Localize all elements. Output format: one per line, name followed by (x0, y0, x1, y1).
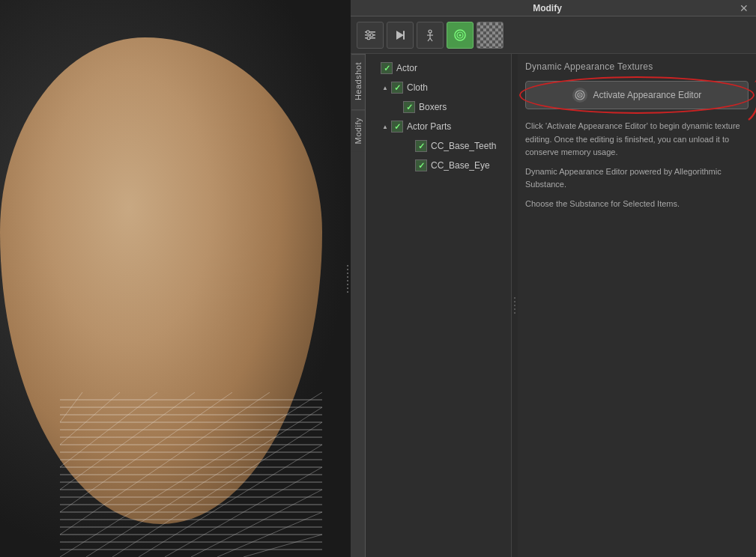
main-content: Headshot Modify Actor ▲ Cloth Boxers (351, 54, 756, 557)
tree-label-cc-teeth: CC_Base_Teeth (431, 141, 496, 151)
red-cursor-annotation (741, 76, 756, 124)
tree-arrow-actor (370, 64, 379, 73)
resize-handle[interactable] (345, 0, 351, 557)
resize-dot (347, 291, 348, 293)
tree-label-cc-eye: CC_Base_Eye (431, 160, 490, 171)
toolbar (351, 16, 756, 54)
svg-point-38 (366, 30, 369, 33)
tree-arrow-cc-eye (405, 161, 414, 170)
tree-checkbox-cc-eye[interactable] (415, 159, 427, 171)
resize-dot (347, 269, 348, 270)
resize-dot (514, 297, 515, 299)
tree-checkbox-actor-parts[interactable] (391, 121, 403, 133)
svg-line-24 (139, 445, 322, 557)
viewport (0, 0, 351, 557)
resize-dot (347, 276, 348, 278)
details-panel: Dynamic Appearance Textures Activate App… (518, 54, 756, 557)
sliders-button[interactable] (357, 22, 384, 49)
appearance-button[interactable] (447, 22, 474, 49)
svg-line-26 (191, 490, 322, 557)
tree-arrow-cloth: ▲ (381, 83, 390, 92)
svg-point-49 (459, 34, 462, 36)
svg-line-45 (428, 38, 430, 41)
resize-dot (514, 308, 515, 310)
headshot-tab[interactable]: Headshot (351, 54, 365, 108)
tree-label-cloth: Cloth (407, 82, 428, 93)
resize-dot (347, 287, 348, 289)
side-tabs: Headshot Modify (351, 54, 366, 557)
tree-arrow-actor-parts: ▲ (381, 122, 390, 131)
tree-item-actor-parts[interactable]: ▲ Actor Parts (366, 117, 511, 136)
title-bar: Modify ✕ (351, 0, 756, 16)
info-section: Click 'Activate Appearance Editor' to be… (525, 120, 749, 211)
activate-button-label: Activate Appearance Editor (593, 90, 702, 100)
svg-line-31 (60, 392, 195, 490)
close-button[interactable]: ✕ (738, 2, 750, 14)
tree-checkbox-actor[interactable] (381, 62, 393, 74)
svg-line-33 (60, 392, 120, 445)
title-bar-text: Modify (357, 3, 738, 13)
tree-arrow-cc-teeth (405, 141, 414, 150)
resize-dot (347, 265, 348, 267)
resize-dot (347, 284, 348, 285)
svg-point-40 (367, 36, 370, 39)
wireframe-grid (60, 392, 322, 557)
appearance-editor-icon (572, 88, 587, 103)
svg-point-42 (429, 30, 432, 33)
resize-dot (514, 301, 515, 302)
resize-dot (347, 280, 348, 281)
resize-dot (514, 305, 515, 306)
modify-tab[interactable]: Modify (351, 109, 365, 151)
tree-arrow-boxers (393, 103, 402, 112)
tree-panel: Actor ▲ Cloth Boxers ▲ Actor Parts (366, 54, 512, 557)
tree-item-cc-base-teeth[interactable]: CC_Base_Teeth (366, 136, 511, 156)
body-button[interactable] (417, 22, 444, 49)
tree-item-actor[interactable]: Actor (366, 58, 511, 78)
svg-point-39 (370, 33, 373, 36)
svg-line-46 (430, 38, 432, 41)
tree-label-actor: Actor (396, 63, 417, 73)
resize-dot (514, 312, 515, 314)
info-text-3: Choose the Substance for Selected Items. (525, 198, 749, 211)
tree-label-boxers: Boxers (419, 102, 447, 112)
svg-line-29 (60, 392, 270, 535)
svg-line-28 (244, 535, 322, 557)
svg-rect-41 (403, 31, 405, 40)
tree-item-cloth[interactable]: ▲ Cloth (366, 78, 511, 97)
panel-resize-handle[interactable] (512, 54, 518, 557)
run-button[interactable] (387, 22, 414, 49)
info-text-1: Click 'Activate Appearance Editor' to be… (525, 120, 749, 159)
tree-checkbox-cloth[interactable] (391, 82, 403, 94)
tree-label-actor-parts: Actor Parts (407, 121, 451, 132)
activate-appearance-editor-button[interactable]: Activate Appearance Editor (525, 81, 749, 109)
info-text-2: Dynamic Appearance Editor powered by All… (525, 165, 749, 192)
svg-point-52 (579, 94, 581, 96)
checkerboard-button[interactable] (477, 22, 504, 49)
tree-item-boxers[interactable]: Boxers (366, 97, 511, 117)
tree-checkbox-cc-teeth[interactable] (415, 140, 427, 152)
resize-dot (347, 273, 348, 274)
right-panel: Modify ✕ (351, 0, 756, 557)
tree-item-cc-base-eye[interactable]: CC_Base_Eye (366, 156, 511, 175)
details-title: Dynamic Appearance Textures (525, 61, 749, 72)
activate-button-wrapper: Activate Appearance Editor (525, 81, 749, 109)
tree-checkbox-boxers[interactable] (403, 101, 415, 113)
